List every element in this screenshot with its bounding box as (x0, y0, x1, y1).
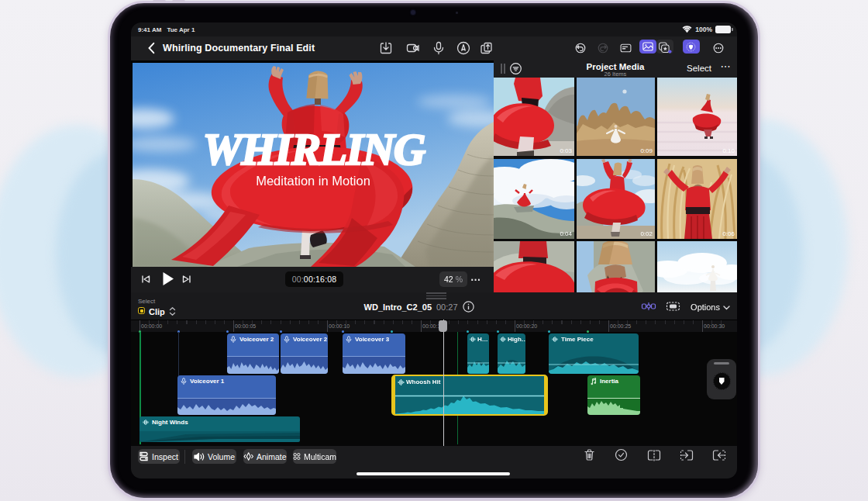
svg-text:0:03: 0:03 (560, 147, 572, 154)
svg-text:WHIRLING: WHIRLING (203, 125, 425, 174)
svg-text:Meditation in Motion: Meditation in Motion (256, 174, 370, 188)
svg-text:0:10: 0:10 (722, 147, 735, 154)
svg-text:0:09: 0:09 (640, 147, 653, 154)
svg-text:0:06: 0:06 (722, 230, 735, 237)
svg-text:0:02: 0:02 (640, 230, 653, 237)
svg-text:0:04: 0:04 (560, 230, 572, 237)
